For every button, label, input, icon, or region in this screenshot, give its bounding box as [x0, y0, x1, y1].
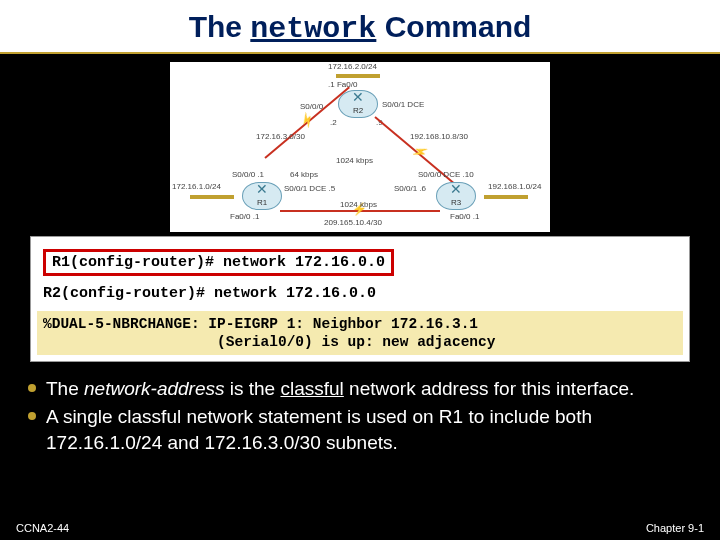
- cmd-r1-text: network 172.16.0.0: [223, 254, 385, 271]
- label-right-serial: 192.168.10.8/30: [410, 132, 468, 141]
- footer-left: CCNA2-44: [16, 522, 69, 534]
- cmd-r2: R2(config-router)# network 172.16.0.0: [37, 282, 683, 305]
- link-r1-r2: [264, 87, 350, 159]
- cmd-r1-highlight: R1(config-router)# network 172.16.0.0: [43, 249, 394, 276]
- router-r2: R2: [338, 90, 378, 118]
- label-top-if: .1 Fa0/0: [328, 80, 357, 89]
- label-r3-s000: S0/0/0 DCE .10: [418, 170, 474, 179]
- bullet-2: A single classful network statement is u…: [24, 404, 696, 455]
- lan-left: [190, 195, 234, 199]
- label-left-lan: 172.16.1.0/24: [172, 182, 221, 191]
- title-code: network: [250, 12, 376, 46]
- label-bw-top: 1024 kbps: [336, 156, 373, 165]
- cmd-r2-prompt: R2(config-router)#: [43, 285, 214, 302]
- label-r2-lip: .2: [330, 118, 337, 127]
- lan-top: [336, 74, 380, 78]
- label-bw-r: 1024 kbps: [340, 200, 377, 209]
- footer: CCNA2-44 Chapter 9-1: [16, 522, 704, 534]
- cmd-r1: R1(config-router)# network 172.16.0.0: [37, 246, 683, 279]
- title-post: Command: [376, 10, 531, 43]
- label-r1-fa: Fa0/0 .1: [230, 212, 259, 221]
- bullet-1: The network-address is the classful netw…: [24, 376, 696, 402]
- slide-title: The network Command: [0, 0, 720, 54]
- topology-diagram: 172.16.2.0/24 .1 Fa0/0 R2 S0/0/0 S0/0/1 …: [170, 62, 550, 232]
- cmd-r1-prompt: R1(config-router)#: [52, 254, 223, 271]
- command-area: R1(config-router)# network 172.16.0.0 R2…: [30, 236, 690, 362]
- link-r1-r3: [280, 210, 440, 212]
- label-r3-fa: Fa0/0 .1: [450, 212, 479, 221]
- label-r2-s001: S0/0/1 DCE: [382, 100, 424, 109]
- label-top-net: 172.16.2.0/24: [328, 62, 377, 71]
- cmd-r2-text: network 172.16.0.0: [214, 285, 376, 302]
- router-r3: R3: [436, 182, 476, 210]
- lan-right: [484, 195, 528, 199]
- footer-right: Chapter 9-1: [646, 522, 704, 534]
- log-message: %DUAL-5-NBRCHANGE: IP-EIGRP 1: Neighbor …: [37, 311, 683, 355]
- log-text: %DUAL-5-NBRCHANGE: IP-EIGRP 1: Neighbor …: [43, 315, 677, 351]
- bullet-list: The network-address is the classful netw…: [24, 376, 696, 455]
- label-bottom-net: 209.165.10.4/30: [324, 218, 382, 227]
- label-r1-s000: S0/0/0 .1: [232, 170, 264, 179]
- label-r3-s001: S0/0/1 .6: [394, 184, 426, 193]
- label-left-serial: 172.16.3.0/30: [256, 132, 305, 141]
- label-bw-l: 64 kbps: [290, 170, 318, 179]
- label-r1-s001: S0/0/1 DCE .5: [284, 184, 335, 193]
- title-pre: The: [189, 10, 251, 43]
- router-r1: R1: [242, 182, 282, 210]
- label-right-lan: 192.168.1.0/24: [488, 182, 541, 191]
